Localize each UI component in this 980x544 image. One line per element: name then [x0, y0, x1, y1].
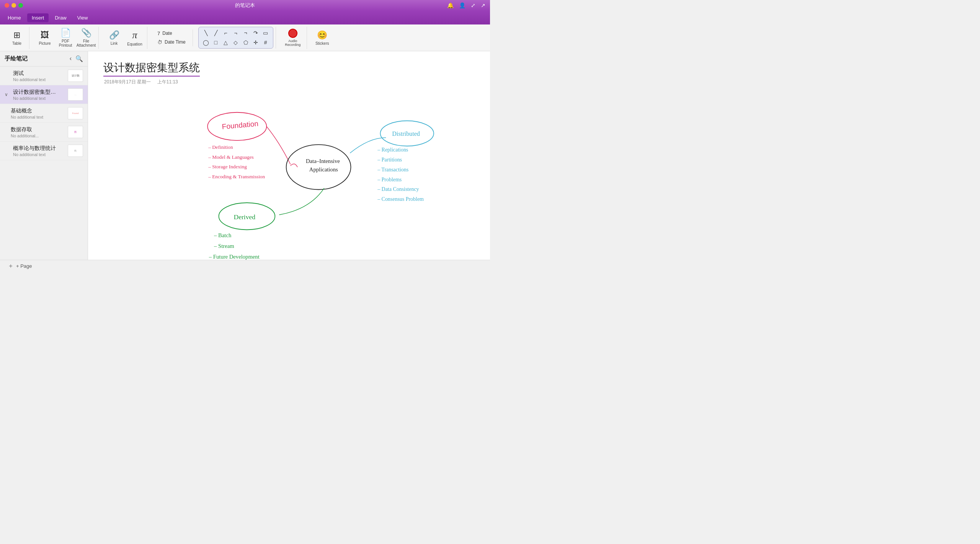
- share-icon[interactable]: ↗: [481, 2, 485, 8]
- maximize-button[interactable]: [18, 3, 23, 8]
- shapes-palette: ╲ ╱ ⌐ ⌐ ¬ ↷ ▭ ◯ □ △ ◇ ⬠ ✛ #: [198, 27, 273, 49]
- rect-shape[interactable]: ▭: [261, 29, 270, 37]
- sidebar-item-thumb-ceshi: 设计数: [68, 70, 83, 82]
- square-shape[interactable]: □: [212, 38, 220, 47]
- sidebar-item-sub-shuju: No additional...: [11, 134, 65, 138]
- note-date: 2018年9月17日 星期一: [104, 79, 151, 85]
- notification-icon[interactable]: 🔔: [447, 2, 454, 8]
- sidebar-item-text-shuju: 数据存取 No additional...: [11, 126, 65, 138]
- note-title[interactable]: 设计数据密集型系统: [103, 60, 200, 77]
- attachment-label: File Attachment: [76, 39, 96, 47]
- picture-button[interactable]: 🖼 Picture: [35, 27, 55, 49]
- svg-text:Derived: Derived: [234, 213, 255, 221]
- toolbar-group-insert: 🔗 Link π Equation: [102, 27, 147, 49]
- line-shape[interactable]: ╲: [202, 29, 210, 37]
- equation-button[interactable]: π Equation: [125, 27, 145, 49]
- handwriting-area: Foundation – Definition – Model & Langua…: [88, 86, 490, 260]
- note-canvas[interactable]: 设计数据密集型系统 2018年9月17日 星期一 上午11:13 Foundat…: [88, 51, 490, 260]
- svg-text:– Replications: – Replications: [377, 147, 408, 153]
- svg-text:Foundation: Foundation: [222, 119, 259, 130]
- title-bar-actions: 🔔 👤 ⤢ ↗: [447, 2, 485, 8]
- sidebar-items-list: 测试 No additional text 设计数 ∨ 设计数据密集型… No …: [0, 67, 88, 260]
- svg-text:– Partitions: – Partitions: [377, 157, 402, 163]
- svg-text:Data–Intensive: Data–Intensive: [306, 158, 340, 164]
- svg-text:Applications: Applications: [309, 166, 338, 173]
- oval-shape[interactable]: ◯: [202, 38, 210, 47]
- sidebar-header-icons: ‹ 🔍: [70, 55, 83, 62]
- datetime-buttons: 7 Date ⏱ Date Time: [153, 29, 190, 46]
- link-button[interactable]: 🔗 Link: [104, 27, 124, 49]
- menu-insert[interactable]: Insert: [27, 13, 49, 22]
- sidebar-item-gailv[interactable]: 概率论与数理统计 No additional text 统: [0, 142, 88, 160]
- minimize-button[interactable]: [11, 3, 16, 8]
- menu-view[interactable]: View: [73, 13, 93, 22]
- picture-icon: 🖼: [41, 30, 49, 40]
- slash-shape[interactable]: ╱: [212, 29, 220, 37]
- corner-br-shape[interactable]: ¬: [242, 29, 250, 37]
- account-icon[interactable]: 👤: [459, 2, 466, 8]
- shapes-row-1: ╲ ╱ ⌐ ⌐ ¬ ↷ ▭: [202, 29, 270, 37]
- shapes-row-2: ◯ □ △ ◇ ⬠ ✛ #: [202, 38, 270, 47]
- svg-text:– Future Development: – Future Development: [209, 254, 260, 260]
- note-drawing: Foundation – Definition – Model & Langua…: [88, 86, 490, 260]
- close-button[interactable]: [5, 3, 9, 8]
- cross-shape[interactable]: ✛: [252, 38, 260, 47]
- diamond-shape[interactable]: ◇: [232, 38, 240, 47]
- sidebar-item-name-active: 设计数据密集型…: [13, 89, 65, 96]
- link-label: Link: [111, 41, 118, 46]
- sidebar-title: 手绘笔记: [5, 55, 28, 62]
- date-button[interactable]: 7 Date: [154, 29, 189, 37]
- sidebar-item-ceshi[interactable]: 测试 No additional text 设计数: [0, 67, 88, 85]
- sidebar-item-jichu[interactable]: 基础概念 No additional text Found: [0, 104, 88, 123]
- sidebar-item-shuju[interactable]: 数据存取 No additional... 图: [0, 123, 88, 142]
- traffic-lights: [5, 3, 23, 8]
- link-icon: 🔗: [109, 30, 119, 40]
- sidebar-search-icon[interactable]: 🔍: [75, 55, 83, 62]
- svg-text:– Consensus Problem: – Consensus Problem: [377, 196, 424, 202]
- sidebar-item-text-jichu: 基础概念 No additional text: [11, 107, 65, 119]
- sidebar-item-active[interactable]: ∨ 设计数据密集型… No additional text …: [0, 85, 88, 104]
- datetime-label: Date Time: [165, 39, 186, 45]
- table-label: Table: [12, 41, 21, 46]
- sidebar-item-name-gailv: 概率论与数理统计: [13, 145, 65, 152]
- equation-label: Equation: [127, 42, 142, 46]
- note-meta: 2018年9月17日 星期一 上午11:13: [103, 79, 475, 85]
- toolbar-group-stickers: 😊 Stickers: [310, 27, 335, 49]
- picture-label: Picture: [39, 41, 51, 46]
- sidebar-item-sub-jichu: No additional text: [11, 115, 65, 119]
- back-icon[interactable]: ‹: [70, 55, 72, 62]
- sidebar-item-thumb-shuju: 图: [68, 126, 83, 138]
- sidebar: 手绘笔记 ‹ 🔍 测试 No additional text 设计数 ∨: [0, 51, 88, 260]
- bottom-bar: ＋ + Page: [0, 260, 490, 272]
- corner-tr-shape[interactable]: ⌐: [232, 29, 240, 37]
- pentagon-shape[interactable]: ⬠: [242, 38, 250, 47]
- svg-text:– Encoding & Transmission: – Encoding & Transmission: [208, 174, 265, 179]
- date-icon: 7: [157, 31, 160, 36]
- curve-shape[interactable]: ↷: [252, 29, 260, 37]
- audio-recording-button[interactable]: AudioRecording: [281, 27, 304, 49]
- add-page-button[interactable]: ＋ + Page: [5, 261, 35, 272]
- record-dot: [288, 29, 297, 38]
- sidebar-item-text-ceshi: 测试 No additional text: [13, 70, 65, 82]
- pdf-printout-button[interactable]: 📄 PDF Printout: [56, 27, 75, 49]
- attachment-icon: 📎: [81, 28, 91, 38]
- menu-home[interactable]: Home: [3, 13, 26, 22]
- stickers-button[interactable]: 😊 Stickers: [312, 27, 332, 49]
- datetime-button[interactable]: ⏱ Date Time: [154, 38, 189, 46]
- sidebar-item-thumb-gailv: 统: [68, 145, 83, 157]
- corner-tl-shape[interactable]: ⌐: [222, 29, 230, 37]
- menu-draw[interactable]: Draw: [50, 13, 71, 22]
- toolbar-group-datetime: 7 Date ⏱ Date Time: [150, 29, 193, 46]
- add-page-label: + Page: [16, 263, 32, 269]
- date-label: Date: [162, 31, 172, 36]
- svg-text:– Transactions: – Transactions: [377, 167, 408, 173]
- table-button[interactable]: ⊞ Table: [7, 27, 27, 49]
- sidebar-item-text-gailv: 概率论与数理统计 No additional text: [13, 145, 65, 157]
- file-attachment-button[interactable]: 📎 File Attachment: [76, 27, 96, 49]
- expand-icon[interactable]: ⤢: [471, 2, 475, 8]
- triangle-shape[interactable]: △: [222, 38, 230, 47]
- stickers-label: Stickers: [315, 41, 329, 46]
- note-title-area: 设计数据密集型系统 2018年9月17日 星期一 上午11:13: [88, 51, 490, 88]
- hash-shape[interactable]: #: [261, 38, 270, 47]
- pdf-icon: 📄: [60, 28, 71, 38]
